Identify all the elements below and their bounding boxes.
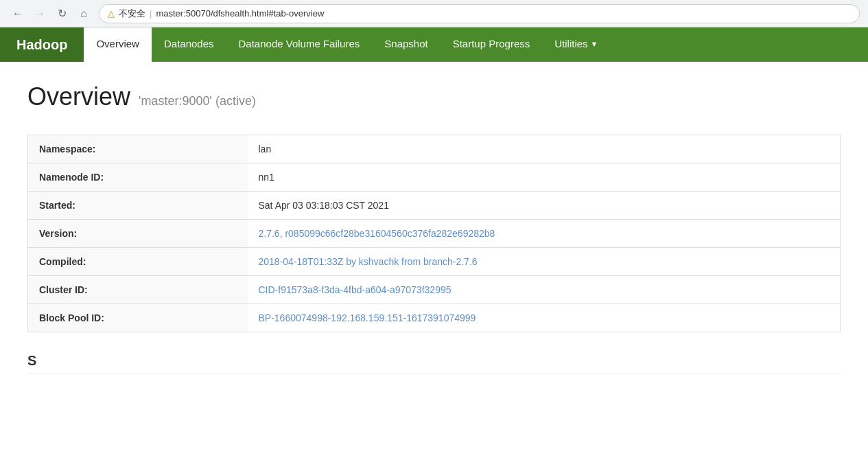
nav-item-overview[interactable]: Overview: [84, 27, 152, 62]
table-row: Cluster ID:CID-f91573a8-f3da-4fbd-a604-a…: [28, 276, 841, 304]
table-cell-label: Started:: [28, 192, 248, 220]
table-row: Namespace:lan: [28, 135, 841, 163]
table-row: Started:Sat Apr 03 03:18:03 CST 2021: [28, 192, 841, 220]
url-separator: |: [150, 8, 152, 19]
table-cell-value[interactable]: BP-1660074998-192.168.159.151-1617391074…: [248, 304, 841, 332]
security-warning-icon: △: [108, 8, 115, 19]
home-button[interactable]: ⌂: [74, 4, 93, 23]
table-cell-label: Block Pool ID:: [28, 304, 248, 332]
table-cell-label: Compiled:: [28, 248, 248, 276]
info-table: Namespace:lanNamenode ID:nn1Started:Sat …: [27, 135, 841, 332]
reload-button[interactable]: ↻: [52, 4, 71, 23]
table-row: Version:2.7.6, r085099c66cf28be31604560c…: [28, 220, 841, 248]
title-row: Overview 'master:9000' (active): [27, 82, 841, 114]
table-cell-value: lan: [248, 135, 841, 163]
navbar: Hadoop Overview Datanodes Datanode Volum…: [0, 27, 868, 62]
nav-item-datanodes[interactable]: Datanodes: [152, 27, 226, 62]
table-cell-label: Cluster ID:: [28, 276, 248, 304]
table-cell-value[interactable]: 2018-04-18T01:33Z by kshvachk from branc…: [248, 248, 841, 276]
table-cell-value: nn1: [248, 163, 841, 192]
summary-section-title: S: [27, 353, 841, 374]
table-cell-label: Namespace:: [28, 135, 248, 163]
nav-item-startup-progress[interactable]: Startup Progress: [441, 27, 543, 62]
table-row: Block Pool ID:BP-1660074998-192.168.159.…: [28, 304, 841, 332]
forward-button[interactable]: →: [30, 4, 49, 23]
address-bar[interactable]: △ 不安全 | master:50070/dfshealth.html#tab-…: [99, 4, 860, 23]
table-cell-value: Sat Apr 03 03:18:03 CST 2021: [248, 192, 841, 220]
nav-item-utilities[interactable]: Utilities ▼: [542, 27, 610, 62]
nav-buttons: ← → ↻ ⌂: [8, 4, 93, 23]
navbar-brand: Hadoop: [0, 27, 84, 62]
page-title: Overview: [27, 82, 130, 111]
browser-chrome: ← → ↻ ⌂ △ 不安全 | master:50070/dfshealth.h…: [0, 0, 868, 27]
table-cell-label: Namenode ID:: [28, 163, 248, 192]
navbar-nav: Overview Datanodes Datanode Volume Failu…: [84, 27, 610, 62]
table-cell-value[interactable]: CID-f91573a8-f3da-4fbd-a604-a97073f32995: [248, 276, 841, 304]
nav-item-datanode-volume-failures[interactable]: Datanode Volume Failures: [226, 27, 373, 62]
main-content: Overview 'master:9000' (active) Namespac…: [0, 62, 868, 401]
warning-text: 不安全: [119, 8, 145, 20]
back-button[interactable]: ←: [8, 4, 27, 23]
url-text: master:50070/dfshealth.html#tab-overview: [156, 8, 324, 19]
table-cell-label: Version:: [28, 220, 248, 248]
table-row: Namenode ID:nn1: [28, 163, 841, 192]
page-subtitle: 'master:9000' (active): [139, 94, 256, 108]
table-cell-value[interactable]: 2.7.6, r085099c66cf28be31604560c376fa282…: [248, 220, 841, 248]
table-row: Compiled:2018-04-18T01:33Z by kshvachk f…: [28, 248, 841, 276]
nav-item-snapshot[interactable]: Snapshot: [372, 27, 440, 62]
dropdown-arrow-icon: ▼: [591, 40, 598, 48]
